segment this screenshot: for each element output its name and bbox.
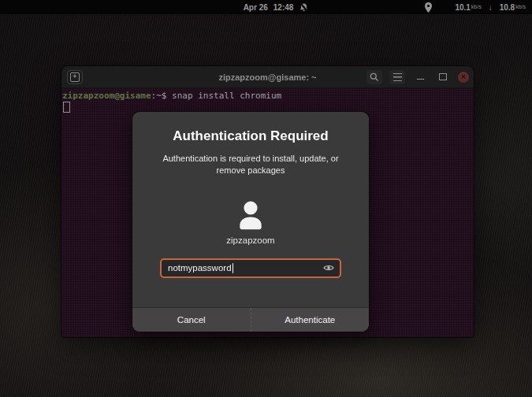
password-value: notmypassword: [168, 263, 232, 273]
net-up-value: 10.8: [500, 3, 515, 12]
maximize-button[interactable]: [435, 70, 451, 84]
notifications-disabled-icon: [299, 2, 309, 13]
top-bar: Apr 26 12:48 10.1kb/s ↓ 10.8kb/s ↑: [0, 0, 532, 14]
download-arrow-icon: ↓: [489, 3, 493, 12]
text-caret: [233, 263, 234, 273]
net-download: 10.1kb/s: [455, 3, 481, 12]
reveal-password-button[interactable]: [322, 262, 334, 273]
dialog-title: Authentication Required: [173, 128, 328, 144]
net-down-unit: kb/s: [471, 4, 482, 9]
desktop: Apr 26 12:48 10.1kb/s ↓ 10.8kb/s ↑: [0, 0, 532, 397]
auth-dialog: Authentication Required Authentication i…: [132, 112, 369, 332]
hamburger-icon: [393, 73, 402, 81]
terminal-titlebar[interactable]: + zipzapzoom@gisame: ~: [61, 66, 474, 88]
minimize-icon: [417, 79, 424, 80]
new-tab-button[interactable]: +: [67, 70, 83, 84]
terminal-command: snap install chromium: [172, 91, 281, 101]
user-avatar-icon: [233, 198, 268, 232]
new-tab-icon: +: [70, 72, 80, 82]
clock-time: 12:48: [273, 3, 294, 12]
net-down-value: 10.1: [455, 3, 470, 12]
network-indicator[interactable]: 10.1kb/s ↓ 10.8kb/s ↑: [425, 0, 532, 14]
clock-date: Apr 26: [244, 3, 268, 12]
search-icon: [370, 72, 379, 82]
minimize-button[interactable]: [412, 70, 428, 84]
password-input[interactable]: notmypassword: [160, 258, 341, 278]
cancel-button[interactable]: Cancel: [132, 308, 251, 332]
username-label: zipzapzoom: [226, 236, 274, 245]
authenticate-button[interactable]: Authenticate: [251, 308, 370, 332]
net-up-unit: kb/s: [515, 4, 526, 9]
close-button[interactable]: ×: [458, 72, 469, 83]
dialog-actions: Cancel Authenticate: [132, 307, 369, 332]
search-button[interactable]: [366, 70, 382, 84]
terminal-prompt-suffix: :~$: [151, 91, 173, 101]
eye-icon: [323, 263, 334, 273]
terminal-cursor: [63, 102, 70, 113]
location-pin-icon: [425, 2, 432, 13]
maximize-icon: [439, 73, 447, 80]
dialog-message: Authentication is required to install, u…: [151, 153, 350, 177]
net-upload: 10.8kb/s: [500, 3, 526, 12]
menu-button[interactable]: [389, 70, 405, 84]
terminal-prompt: zipzapzoom@gisame: [62, 91, 151, 101]
